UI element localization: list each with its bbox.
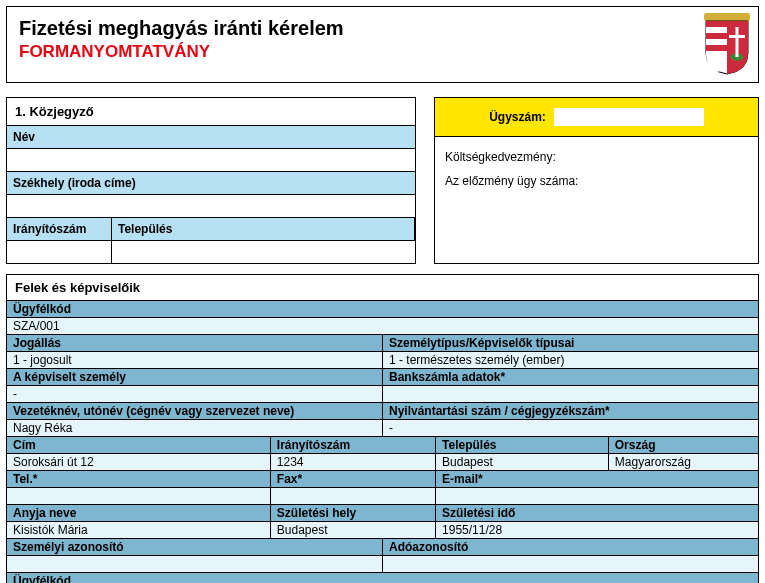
case-number-row: Ügyszám: xyxy=(435,98,758,137)
taxid-label: Adóazonosító xyxy=(382,539,758,555)
persontype-value: 1 - természetes személy (ember) xyxy=(382,352,758,368)
svg-rect-12 xyxy=(729,35,745,38)
regno-label: Nyilvántartási szám / cégjegyzékszám* xyxy=(382,403,758,419)
fax-value xyxy=(270,488,435,504)
bank-value xyxy=(382,386,758,402)
svg-rect-10 xyxy=(706,45,727,51)
svg-rect-11 xyxy=(736,27,739,57)
prev-case-label: Az előzmény ügy száma: xyxy=(445,169,748,193)
svg-point-3 xyxy=(723,13,731,21)
notary-hq-value[interactable] xyxy=(7,195,415,217)
parties-section: Felek és képviselőik Ügyfélkód SZA/001 J… xyxy=(6,274,759,583)
notary-name-value[interactable] xyxy=(7,149,415,171)
fax-label: Fax* xyxy=(270,471,435,487)
form-title: Fizetési meghagyás iránti kérelem xyxy=(19,17,746,40)
client-code-label-2: Ügyfélkód xyxy=(7,573,758,583)
svg-rect-7 xyxy=(706,27,727,33)
persontype-label: Személytípus/Képviselők típusai xyxy=(382,335,758,351)
svg-point-2 xyxy=(717,14,723,20)
address-value: Soroksári út 12 xyxy=(7,454,270,470)
notary-name-label: Név xyxy=(7,126,415,148)
birthplace-value: Budapest xyxy=(270,522,435,538)
zip-label: Irányítószám xyxy=(270,437,435,453)
represented-value: - xyxy=(7,386,382,402)
hungary-coat-of-arms-icon xyxy=(704,13,750,78)
form-header: Fizetési meghagyás iránti kérelem FORMAN… xyxy=(6,6,759,83)
mother-label: Anyja neve xyxy=(7,505,270,521)
svg-rect-9 xyxy=(706,39,727,45)
country-label: Ország xyxy=(608,437,758,453)
parties-heading: Felek és képviselőik xyxy=(7,275,758,300)
notary-zip-value[interactable] xyxy=(7,241,112,263)
svg-point-5 xyxy=(741,14,747,20)
client-code-label: Ügyfélkód xyxy=(7,301,758,317)
status-label: Jogállás xyxy=(7,335,382,351)
mother-value: Kisistók Mária xyxy=(7,522,270,538)
status-value: 1 - jogosult xyxy=(7,352,382,368)
personalid-value xyxy=(7,556,382,572)
zip-value: 1234 xyxy=(270,454,435,470)
notary-town-label: Település xyxy=(112,218,415,240)
notary-zip-label: Irányítószám xyxy=(7,218,112,240)
represented-label: A képviselt személy xyxy=(7,369,382,385)
email-value xyxy=(435,488,758,504)
notary-town-value[interactable] xyxy=(112,241,415,263)
birthdate-value: 1955/11/28 xyxy=(435,522,758,538)
client-code-value: SZA/001 xyxy=(7,318,758,334)
fullname-value: Nagy Réka xyxy=(7,420,382,436)
svg-point-4 xyxy=(731,14,737,20)
case-number-input[interactable] xyxy=(554,108,704,126)
fullname-label: Vezetéknév, utónév (cégnév vagy szerveze… xyxy=(7,403,382,419)
town-label: Település xyxy=(435,437,608,453)
case-number-label: Ügyszám: xyxy=(489,110,546,124)
notary-section: 1. Közjegyző Név Székhely (iroda címe) I… xyxy=(6,97,416,264)
tel-value xyxy=(7,488,270,504)
town-value: Budapest xyxy=(435,454,608,470)
birthplace-label: Születési hely xyxy=(270,505,435,521)
address-label: Cím xyxy=(7,437,270,453)
tel-label: Tel.* xyxy=(7,471,270,487)
notary-hq-label: Székhely (iroda címe) xyxy=(7,172,415,194)
birthdate-label: Születési idő xyxy=(435,505,758,521)
case-section: Ügyszám: Költségkedvezmény: Az előzmény … xyxy=(434,97,759,264)
taxid-value xyxy=(382,556,758,572)
personalid-label: Személyi azonosító xyxy=(7,539,382,555)
notary-heading: 1. Közjegyző xyxy=(7,98,415,126)
country-value: Magyarország xyxy=(608,454,758,470)
email-label: E-mail* xyxy=(435,471,758,487)
svg-point-1 xyxy=(707,14,713,20)
discount-label: Költségkedvezmény: xyxy=(445,145,748,169)
bank-label: Bankszámla adatok* xyxy=(382,369,758,385)
form-subtitle: FORMANYOMTATVÁNY xyxy=(19,42,746,62)
regno-value: - xyxy=(382,420,758,436)
svg-rect-6 xyxy=(706,21,727,27)
svg-rect-8 xyxy=(706,33,727,39)
